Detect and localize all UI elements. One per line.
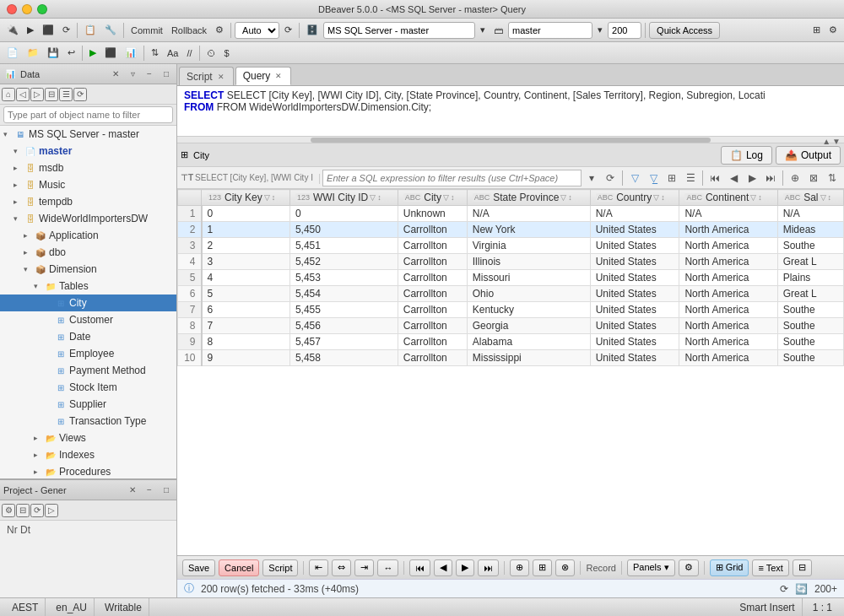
scrollbar-thumb[interactable]: [311, 138, 711, 143]
cell-4-0[interactable]: 5: [178, 270, 202, 286]
cell-5-6[interactable]: North America: [679, 286, 777, 302]
cell-7-6[interactable]: North America: [679, 318, 777, 334]
tree-container[interactable]: ▾🖥MS SQL Server - master▾📄master▸🗄msdb▸🗄…: [0, 126, 176, 478]
col6-sort-icon[interactable]: ↕: [828, 193, 832, 202]
first-row-btn[interactable]: ⏮: [409, 559, 430, 576]
last-row-btn[interactable]: ⏭: [478, 559, 499, 576]
cell-7-0[interactable]: 8: [178, 318, 202, 334]
col5-sort-icon[interactable]: ↕: [758, 193, 762, 202]
cell-3-6[interactable]: North America: [679, 254, 777, 270]
table-row[interactable]: 325,451CarrolltonVirginiaUnited StatesNo…: [178, 238, 844, 254]
nav-maximize-icon[interactable]: □: [160, 68, 173, 81]
tree-item-15[interactable]: ⊞Stock Item: [0, 379, 176, 396]
toolbar-icon-6[interactable]: 🔧: [101, 21, 120, 40]
col2-sort-icon[interactable]: ↕: [451, 193, 455, 202]
table-row[interactable]: 985,457CarrolltonAlabamaUnited StatesNor…: [178, 334, 844, 350]
db-dropdown[interactable]: ▾: [594, 21, 606, 40]
cell-9-5[interactable]: United States: [590, 350, 679, 366]
settings-btn[interactable]: ⚙: [679, 559, 699, 576]
cell-9-3[interactable]: Carrollton: [398, 350, 467, 366]
cell-5-7[interactable]: Great L: [777, 286, 843, 302]
cell-9-6[interactable]: North America: [679, 350, 777, 366]
cell-8-0[interactable]: 9: [178, 334, 202, 350]
toolbar-icon-5[interactable]: 📋: [81, 21, 100, 40]
cell-1-6[interactable]: North America: [679, 222, 777, 238]
next-btn[interactable]: ▶: [456, 559, 474, 576]
data-grid-container[interactable]: 123 City Key ▽ ↕ 123 WWI City ID: [177, 189, 844, 555]
script-button[interactable]: Script: [262, 559, 298, 576]
cell-4-4[interactable]: Missouri: [467, 270, 590, 286]
nav-settings-icon[interactable]: ▿: [126, 68, 139, 81]
tree-item-6[interactable]: ▸📦Application: [0, 227, 176, 244]
cell-6-7[interactable]: Southe: [777, 302, 843, 318]
cell-4-6[interactable]: North America: [679, 270, 777, 286]
col-country[interactable]: ABC Country ▽ ↕: [590, 190, 679, 206]
cell-3-4[interactable]: Illinois: [467, 254, 590, 270]
tab-1[interactable]: Query✕: [235, 67, 292, 85]
cell-8-3[interactable]: Carrollton: [398, 334, 467, 350]
cell-8-1[interactable]: 8: [202, 334, 290, 350]
tab-close-0[interactable]: ✕: [216, 72, 226, 82]
cell-6-0[interactable]: 7: [178, 302, 202, 318]
filter-icon1[interactable]: ⊕: [787, 170, 803, 186]
filter-apply-btn[interactable]: ▽: [626, 170, 643, 186]
cell-6-3[interactable]: Carrollton: [398, 302, 467, 318]
table-row[interactable]: 545,453CarrolltonMissouriUnited StatesNo…: [178, 270, 844, 286]
tree-item-14[interactable]: ⊞Payment Method: [0, 362, 176, 379]
cell-5-4[interactable]: Ohio: [467, 286, 590, 302]
cell-3-2[interactable]: 5,452: [289, 254, 398, 270]
row-count-input[interactable]: [608, 22, 641, 39]
cell-2-1[interactable]: 2: [202, 238, 290, 254]
save-button[interactable]: Save: [182, 559, 215, 576]
toolbar-db-icon[interactable]: 🗄️: [303, 21, 322, 40]
tree-item-11[interactable]: ⊞Customer: [0, 311, 176, 328]
col0-filter-icon[interactable]: ▽: [264, 193, 270, 202]
tb2-icon-4[interactable]: ↩: [64, 44, 78, 62]
proj-maximize-icon[interactable]: □: [160, 484, 173, 497]
cell-9-4[interactable]: Mississippi: [467, 350, 590, 366]
nav-back-btn[interactable]: ◁: [16, 88, 30, 101]
col4-filter-icon[interactable]: ▽: [653, 193, 659, 202]
filter-settings-btn[interactable]: ⊞: [663, 170, 680, 186]
nav-forward-btn[interactable]: ▷: [30, 88, 44, 101]
tree-search-input[interactable]: [3, 106, 173, 123]
tree-item-3[interactable]: ▸🗄Music: [0, 176, 176, 193]
cell-4-2[interactable]: 5,453: [289, 270, 398, 286]
filter-dropdown-btn[interactable]: ▾: [583, 170, 600, 186]
toolbar-icon-7[interactable]: ⚙: [212, 21, 227, 40]
grid-view-btn[interactable]: ⊞ Grid: [710, 559, 749, 576]
add-row-btn[interactable]: ⊕: [510, 559, 529, 576]
tab-close-1[interactable]: ✕: [273, 71, 284, 81]
col3-sort-icon[interactable]: ↕: [568, 193, 572, 202]
table-row[interactable]: 765,455CarrolltonKentuckyUnited StatesNo…: [178, 302, 844, 318]
tree-item-18[interactable]: ▸📂Views: [0, 430, 176, 446]
rollback-button[interactable]: Rollback: [168, 21, 210, 40]
nav-minimize-icon[interactable]: −: [143, 68, 156, 81]
col-continent[interactable]: ABC Continent ▽ ↕: [679, 190, 777, 206]
col-sal[interactable]: ABC Sal ▽ ↕: [777, 190, 843, 206]
cell-0-0[interactable]: 1: [178, 206, 202, 222]
cell-0-7[interactable]: N/A: [777, 206, 843, 222]
filter-refresh-btn[interactable]: ⟳: [602, 170, 619, 186]
scroll-down-btn[interactable]: ▼: [832, 137, 841, 146]
tree-item-2[interactable]: ▸🗄msdb: [0, 159, 176, 176]
cell-2-2[interactable]: 5,451: [289, 238, 398, 254]
cell-6-4[interactable]: Kentucky: [467, 302, 590, 318]
align-left-btn[interactable]: ⇤: [309, 559, 328, 576]
cell-5-3[interactable]: Carrollton: [398, 286, 467, 302]
tree-item-5[interactable]: ▾🗄WideWorldImportersDW: [0, 210, 176, 227]
tb2-explain[interactable]: 📊: [122, 44, 140, 62]
tree-item-19[interactable]: ▸📂Indexes: [0, 446, 176, 463]
cell-1-7[interactable]: Mideas: [777, 222, 843, 238]
table-row[interactable]: 215,450CarrolltonNew YorkUnited StatesNo…: [178, 222, 844, 238]
tree-item-16[interactable]: ⊞Supplier: [0, 396, 176, 413]
cell-2-4[interactable]: Virginia: [467, 238, 590, 254]
delete-row-btn[interactable]: ⊗: [555, 559, 575, 576]
prev-btn[interactable]: ◀: [434, 559, 452, 576]
auto-size-btn[interactable]: ↔: [377, 559, 398, 576]
col3-filter-icon[interactable]: ▽: [560, 193, 566, 202]
nav-filter-btn[interactable]: ☰: [59, 88, 73, 101]
cell-2-6[interactable]: North America: [679, 238, 777, 254]
cell-9-2[interactable]: 5,458: [289, 350, 398, 366]
tb2-format[interactable]: ⇅: [148, 44, 162, 62]
